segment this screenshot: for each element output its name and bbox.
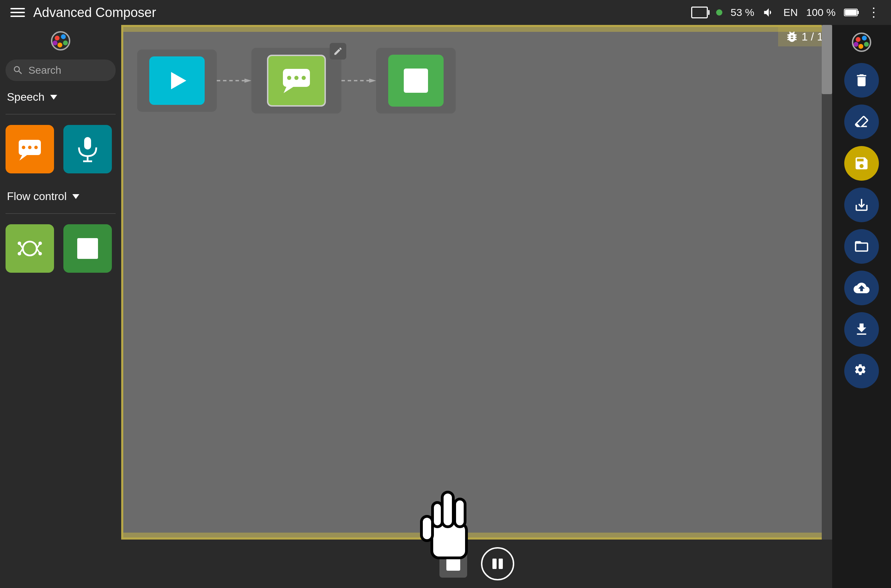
playback-bar: [121, 540, 832, 588]
chevron-down-icon: [50, 95, 57, 100]
scrollbar-thumb[interactable]: [822, 25, 832, 94]
palette-icon-top[interactable]: [50, 30, 71, 51]
canvas-bottom-border: [123, 532, 830, 537]
topbar: Advanced Composer 53 % EN 100 % ⋮: [0, 0, 891, 25]
stop-node-outer: [376, 48, 456, 114]
svg-point-22: [18, 242, 21, 245]
trash-icon: [853, 72, 870, 88]
folder-icon: [853, 238, 870, 254]
more-options-icon[interactable]: ⋮: [867, 5, 880, 20]
battery-percent: 53 %: [731, 7, 754, 18]
upload-icon: [853, 280, 870, 296]
svg-marker-30: [284, 87, 293, 93]
palette-icon: [50, 30, 71, 51]
screen-icon: [691, 7, 708, 18]
svg-point-31: [287, 76, 291, 80]
dashed-arrow-1: [217, 77, 251, 84]
microphone-icon: [75, 135, 100, 163]
volume-icon: [763, 6, 775, 19]
page-indicator: 1 / 1: [802, 30, 823, 43]
speech-bubble-node-icon: [281, 67, 312, 94]
status-dot: [716, 9, 722, 16]
menu-icon[interactable]: [11, 5, 25, 20]
svg-point-33: [302, 76, 306, 80]
svg-rect-43: [499, 559, 503, 569]
sidebar: Speech Search Speech: [0, 25, 121, 588]
connector-1: [217, 77, 251, 84]
svg-point-32: [294, 76, 299, 80]
category-speech[interactable]: Speech: [6, 88, 116, 106]
stop-playback-button[interactable]: [439, 550, 467, 578]
svg-marker-28: [245, 78, 251, 83]
download-icon: [853, 321, 870, 338]
palette-right-icon: [851, 32, 872, 52]
canvas-nodes: [137, 48, 456, 114]
start-node: [149, 56, 205, 105]
svg-point-38: [862, 36, 867, 40]
canvas-top-border: [123, 27, 830, 32]
eraser-button[interactable]: [844, 105, 879, 139]
svg-rect-42: [493, 559, 497, 569]
search-placeholder: Search: [29, 64, 61, 76]
flow-blocks: [6, 224, 116, 273]
svg-point-8: [53, 40, 57, 45]
folder-button[interactable]: [844, 229, 879, 264]
save-button[interactable]: [844, 146, 879, 181]
svg-point-6: [63, 40, 68, 45]
play-icon: [165, 69, 189, 93]
eraser-icon: [853, 114, 870, 130]
svg-point-24: [38, 242, 42, 245]
svg-point-4: [55, 36, 60, 40]
svg-rect-1: [857, 11, 859, 14]
category-flow-control[interactable]: Flow control: [6, 187, 116, 206]
bug-icon: [785, 30, 799, 44]
category-flow-label: Flow control: [7, 190, 67, 203]
stop-block-sidebar[interactable]: [63, 224, 112, 273]
flow-branch-icon: [16, 236, 44, 261]
search-bar[interactable]: Speech Search: [6, 60, 116, 81]
speech-node-wrapper[interactable]: [251, 48, 341, 114]
microphone-block[interactable]: [63, 125, 112, 173]
download-button[interactable]: [844, 312, 879, 347]
trash-button[interactable]: [844, 63, 879, 98]
svg-point-40: [858, 44, 863, 49]
battery-icon: [844, 8, 859, 17]
flow-divider: [6, 213, 116, 214]
canvas[interactable]: 1 / 1: [121, 25, 832, 540]
svg-marker-26: [171, 72, 186, 89]
scrollbar[interactable]: [822, 25, 832, 540]
edit-badge[interactable]: [330, 43, 346, 60]
svg-point-17: [23, 242, 37, 255]
start-node-wrapper[interactable]: [137, 50, 217, 112]
dashed-arrow-2: [341, 77, 376, 84]
svg-point-25: [38, 252, 42, 255]
upload-button[interactable]: [844, 271, 879, 305]
chevron-down-flow-icon: [72, 194, 79, 199]
speech-node-outer: [251, 48, 341, 114]
svg-point-11: [22, 146, 25, 149]
search-icon: [12, 65, 24, 76]
speech-bubble-node: [267, 55, 326, 106]
speech-bubble-icon: [16, 137, 44, 161]
flow-branch-block[interactable]: [6, 224, 54, 273]
start-node-outer: [137, 50, 217, 112]
stop-square: [404, 69, 428, 93]
svg-point-39: [864, 42, 869, 47]
settings-button[interactable]: [844, 354, 879, 388]
stop-icon: [446, 557, 460, 571]
language: EN: [783, 7, 798, 18]
svg-point-37: [856, 37, 861, 42]
pause-icon: [489, 555, 506, 572]
save-icon: [853, 155, 870, 171]
right-toolbar: [832, 25, 891, 588]
palette-icon-right[interactable]: [851, 32, 872, 52]
export-button[interactable]: [844, 188, 879, 222]
app-title: Advanced Composer: [33, 5, 691, 20]
gear-icon: [853, 363, 870, 379]
svg-point-12: [28, 146, 32, 149]
svg-point-7: [57, 43, 62, 47]
speech-blocks: [6, 125, 116, 173]
pause-button[interactable]: [481, 547, 514, 580]
speech-bubble-block[interactable]: [6, 125, 54, 173]
stop-node-wrapper[interactable]: [376, 48, 456, 114]
